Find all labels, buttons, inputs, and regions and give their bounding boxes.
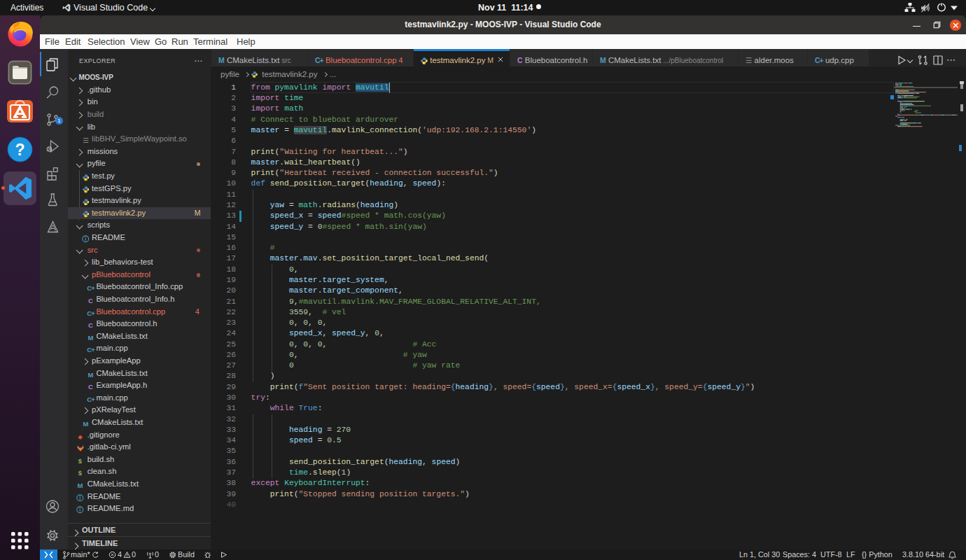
svg-text:?: ? [15,141,24,159]
